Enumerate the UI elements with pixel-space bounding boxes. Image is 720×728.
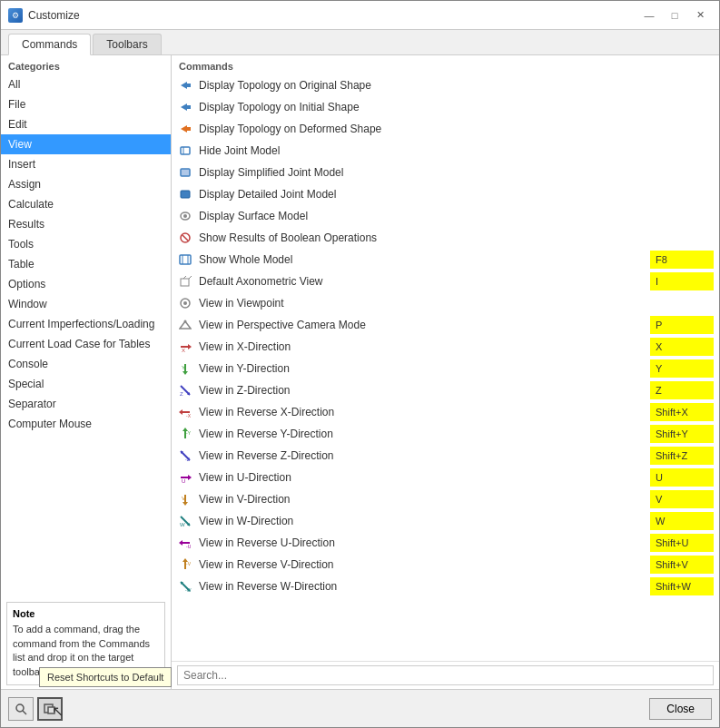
- note-title: Note: [13, 608, 159, 619]
- cmd-icon-21: -U: [177, 536, 193, 550]
- cmd-shortcut-19: V: [650, 490, 714, 508]
- category-window[interactable]: Window: [1, 294, 171, 314]
- svg-text:Z: Z: [180, 391, 183, 397]
- list-item[interactable]: Display Topology on Original Shape: [172, 74, 719, 96]
- left-panel: Categories All File Edit View Insert Ass…: [1, 55, 172, 689]
- category-computer-mouse[interactable]: Computer Mouse: [1, 414, 171, 434]
- list-item[interactable]: -X View in Reverse X-Direction Shift+X: [172, 401, 719, 423]
- category-calculate[interactable]: Calculate: [1, 194, 171, 214]
- svg-text:V: V: [182, 496, 185, 501]
- list-item[interactable]: -U View in Reverse U-Direction Shift+U: [172, 532, 719, 554]
- list-item[interactable]: Display Surface Model: [172, 205, 719, 227]
- commands-label: Commands: [172, 55, 719, 74]
- cmd-icon-5: [177, 187, 193, 202]
- cmd-icon-4: [177, 165, 193, 180]
- cmd-label-11: View in Perspective Camera Mode: [199, 316, 650, 334]
- cmd-label-20: View in W-Direction: [199, 512, 650, 530]
- category-all[interactable]: All: [1, 74, 171, 94]
- list-item[interactable]: View in Perspective Camera Mode P: [172, 314, 719, 336]
- svg-line-16: [189, 276, 192, 279]
- cmd-shortcut-14: Z: [650, 381, 714, 399]
- list-item[interactable]: Hide Joint Model: [172, 140, 719, 162]
- svg-marker-31: [179, 409, 182, 415]
- svg-text:-Y: -Y: [186, 430, 192, 436]
- category-insert[interactable]: Insert: [1, 154, 171, 174]
- svg-text:-V: -V: [186, 561, 192, 566]
- window-close-button[interactable]: ✕: [688, 5, 712, 25]
- category-assign[interactable]: Assign: [1, 174, 171, 194]
- window-title: Customize: [28, 9, 80, 22]
- list-item[interactable]: Display Topology on Deformed Shape: [172, 118, 719, 140]
- category-separator[interactable]: Separator: [1, 394, 171, 414]
- category-results[interactable]: Results: [1, 214, 171, 234]
- commands-list: Display Topology on Original Shape Displ…: [172, 74, 719, 661]
- list-item[interactable]: Display Simplified Joint Model: [172, 162, 719, 183]
- cmd-label-18: View in U-Direction: [199, 468, 650, 487]
- list-item[interactable]: Default Axonometric View I: [172, 271, 719, 292]
- search-input[interactable]: [177, 665, 714, 685]
- svg-marker-49: [179, 540, 182, 546]
- svg-point-8: [183, 214, 187, 218]
- cmd-shortcut-15: Shift+X: [650, 403, 714, 421]
- tab-commands[interactable]: Commands: [8, 34, 91, 55]
- list-item[interactable]: V View in V-Direction V: [172, 488, 719, 510]
- cmd-shortcut-18: U: [650, 468, 714, 487]
- main-window: ⚙ Customize — □ ✕ Commands Toolbars Cate…: [0, 0, 720, 728]
- svg-rect-5: [181, 169, 190, 176]
- cmd-icon-1: [177, 100, 193, 114]
- svg-text:-Z: -Z: [185, 457, 190, 462]
- svg-marker-22: [188, 344, 192, 349]
- maximize-button[interactable]: □: [663, 5, 686, 25]
- svg-text:-X: -X: [186, 413, 192, 418]
- minimize-button[interactable]: —: [637, 5, 661, 25]
- content-area: Categories All File Edit View Insert Ass…: [1, 55, 719, 689]
- list-item[interactable]: -Z View in Reverse Z-Direction Shift+Z: [172, 445, 719, 467]
- svg-rect-14: [181, 279, 189, 286]
- list-item[interactable]: Display Detailed Joint Model: [172, 183, 719, 205]
- list-item[interactable]: Show Whole Model F8: [172, 249, 719, 271]
- svg-text:W: W: [180, 522, 185, 527]
- cmd-icon-8: [177, 252, 193, 267]
- list-item[interactable]: View in Viewpoint: [172, 292, 719, 314]
- list-item[interactable]: -Y View in Reverse Y-Direction Shift+Y: [172, 423, 719, 445]
- category-special[interactable]: Special: [1, 374, 171, 394]
- tabs-bar: Commands Toolbars: [1, 30, 719, 55]
- svg-text:-U: -U: [186, 544, 192, 549]
- cmd-label-19: View in V-Direction: [199, 490, 650, 508]
- list-item[interactable]: Show Results of Boolean Operations: [172, 227, 719, 249]
- cmd-icon-14: Z: [177, 383, 193, 398]
- cmd-label-16: View in Reverse Y-Direction: [199, 425, 650, 443]
- list-item[interactable]: Display Topology on Initial Shape: [172, 96, 719, 118]
- list-item[interactable]: Z View in Z-Direction Z: [172, 379, 719, 401]
- cmd-label-9: Default Axonometric View: [199, 272, 650, 290]
- cmd-shortcut-11: P: [650, 316, 714, 334]
- list-item[interactable]: W View in W-Direction W: [172, 510, 719, 532]
- cmd-label-1: Display Topology on Initial Shape: [199, 98, 714, 116]
- tab-toolbars[interactable]: Toolbars: [93, 34, 161, 54]
- cmd-shortcut-23: Shift+W: [650, 577, 714, 595]
- close-button[interactable]: Close: [649, 698, 712, 720]
- svg-text:Y: Y: [182, 365, 185, 370]
- cmd-shortcut-22: Shift+V: [650, 556, 714, 574]
- cursor-indicator: ↖: [52, 703, 64, 720]
- category-view[interactable]: View: [1, 134, 171, 154]
- cmd-label-4: Display Simplified Joint Model: [199, 163, 714, 182]
- list-item[interactable]: U View in U-Direction U: [172, 467, 719, 488]
- category-current-imperfections[interactable]: Current Imperfections/Loading: [1, 314, 171, 334]
- cmd-label-21: View in Reverse U-Direction: [199, 534, 650, 552]
- list-item[interactable]: -W View in Reverse W-Direction Shift+W: [172, 576, 719, 597]
- cmd-label-6: Display Surface Model: [199, 207, 714, 225]
- list-item[interactable]: X View in X-Direction X: [172, 336, 719, 358]
- search-icon-button[interactable]: [8, 697, 34, 721]
- list-item[interactable]: Y View in Y-Direction Y: [172, 358, 719, 379]
- category-tools[interactable]: Tools: [1, 234, 171, 254]
- category-edit[interactable]: Edit: [1, 114, 171, 134]
- category-current-load-case[interactable]: Current Load Case for Tables: [1, 334, 171, 354]
- category-options[interactable]: Options: [1, 274, 171, 294]
- list-item[interactable]: -V View in Reverse V-Direction Shift+V: [172, 554, 719, 576]
- cmd-icon-12: X: [177, 339, 193, 354]
- category-file[interactable]: File: [1, 94, 171, 114]
- category-console[interactable]: Console: [1, 354, 171, 374]
- cmd-icon-9: [177, 274, 193, 289]
- category-table[interactable]: Table: [1, 254, 171, 274]
